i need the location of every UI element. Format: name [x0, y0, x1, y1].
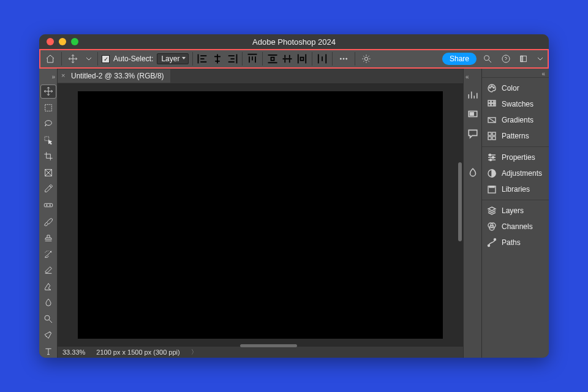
maximize-window-button[interactable] — [71, 38, 78, 45]
panel-color[interactable]: Color — [482, 80, 549, 96]
more-options-button[interactable] — [336, 51, 351, 66]
panel-label: Patterns — [502, 132, 529, 140]
libraries-icon — [487, 184, 497, 194]
gradient-tool[interactable] — [41, 280, 56, 293]
distribute-vertical-centers-button[interactable] — [281, 53, 293, 65]
canvas[interactable] — [78, 91, 443, 339]
channels-icon — [487, 222, 497, 232]
separator — [312, 52, 312, 66]
align-left-edges-button[interactable] — [197, 53, 209, 65]
panel-label: Adjustments — [502, 169, 542, 178]
close-tab-icon[interactable]: × — [61, 72, 65, 79]
minimize-window-button[interactable] — [59, 38, 66, 45]
svg-point-38 — [488, 245, 490, 247]
document-dimensions[interactable]: 2100 px x 1500 px (300 ppi) — [96, 349, 179, 356]
panel-label: Gradients — [502, 116, 533, 124]
svg-point-1 — [343, 58, 344, 59]
toolbox-collapse-icon[interactable]: » — [51, 74, 57, 80]
panel-libraries[interactable]: Libraries — [482, 181, 549, 197]
separator — [61, 52, 62, 66]
svg-rect-25 — [488, 132, 491, 135]
blur-tool[interactable] — [41, 296, 56, 309]
svg-point-4 — [484, 56, 489, 61]
share-button[interactable]: Share — [442, 53, 477, 65]
distribute-spacing-button[interactable] — [316, 53, 328, 65]
panel-paths[interactable]: Paths — [482, 235, 549, 251]
clone-stamp-tool[interactable] — [41, 232, 56, 244]
adjustments-icon — [487, 168, 497, 178]
titlebar: Adobe Photoshop 2024 — [39, 34, 549, 49]
dock-collapse-icon[interactable]: « — [464, 74, 469, 80]
workspace-switcher[interactable] — [517, 51, 532, 66]
svg-rect-19 — [491, 100, 494, 103]
history-brush-tool[interactable] — [41, 247, 56, 260]
object-select-tool[interactable] — [41, 134, 56, 147]
comments-panel-icon[interactable] — [467, 128, 478, 139]
panel-swatches[interactable]: Swatches — [482, 96, 549, 112]
align-horizontal-centers-button[interactable] — [211, 53, 224, 65]
options-bar: ✓ Auto-Select: Layer Share — [39, 49, 549, 69]
distribute-top-button[interactable] — [266, 53, 279, 65]
svg-rect-23 — [494, 104, 496, 106]
lasso-tool[interactable] — [41, 118, 56, 130]
auto-select-label: Auto-Select: — [113, 55, 153, 63]
svg-point-5 — [502, 55, 510, 62]
canvas-viewport[interactable] — [58, 83, 463, 347]
tool-preset-dropdown[interactable] — [84, 51, 94, 66]
svg-point-2 — [346, 58, 347, 59]
type-tool[interactable] — [41, 345, 56, 358]
panel-label: Swatches — [502, 100, 533, 108]
panel-list: « Color Swatches Gradients — [481, 69, 549, 358]
svg-rect-27 — [488, 137, 491, 140]
close-window-button[interactable] — [47, 38, 54, 45]
pen-tool[interactable] — [41, 329, 56, 342]
search-button[interactable] — [480, 51, 495, 66]
align-group-1 — [197, 53, 238, 65]
help-button[interactable] — [499, 51, 513, 66]
document-tab-label: Untitled-2 @ 33.3% (RGB/8) — [71, 72, 164, 80]
align-right-edges-button[interactable] — [226, 53, 238, 65]
brush-settings-panel-icon[interactable] — [467, 167, 478, 178]
distribute-bottom-button[interactable] — [296, 53, 308, 65]
navigator-panel-icon[interactable] — [467, 108, 478, 119]
svg-rect-11 — [44, 203, 52, 206]
crop-tool[interactable] — [41, 150, 56, 163]
panel-label: Properties — [502, 153, 535, 162]
status-more-icon[interactable]: 〉 — [191, 348, 197, 356]
eraser-tool[interactable] — [41, 264, 56, 277]
distribute-group — [266, 53, 308, 65]
panel-patterns[interactable]: Patterns — [482, 128, 549, 144]
move-tool-icon[interactable] — [66, 51, 80, 66]
move-tool[interactable] — [41, 85, 56, 98]
frame-tool[interactable] — [41, 167, 56, 179]
svg-point-39 — [494, 239, 496, 241]
panel-gradients[interactable]: Gradients — [482, 112, 549, 128]
panel-layers[interactable]: Layers — [482, 203, 549, 219]
3d-mode-button[interactable] — [359, 51, 374, 66]
status-bar: 33.33% 2100 px x 1500 px (300 ppi) 〉 — [58, 347, 463, 358]
document-tab[interactable]: × Untitled-2 @ 33.3% (RGB/8) — [58, 69, 170, 83]
zoom-level[interactable]: 33.33% — [62, 349, 85, 356]
align-top-edges-button[interactable] — [246, 53, 258, 65]
vertical-scrollbar[interactable] — [458, 162, 462, 241]
auto-select-checkbox[interactable]: ✓ — [102, 55, 110, 63]
panel-properties[interactable]: Properties — [482, 149, 549, 165]
marquee-tool[interactable] — [41, 102, 56, 115]
separator — [192, 52, 193, 66]
gradients-icon — [487, 115, 497, 125]
panel-channels[interactable]: Channels — [482, 219, 549, 235]
share-label: Share — [450, 55, 469, 63]
eyedropper-tool[interactable] — [41, 183, 56, 195]
auto-select-target-dropdown[interactable]: Layer — [157, 53, 189, 64]
dodge-tool[interactable] — [41, 312, 56, 325]
svg-rect-34 — [489, 186, 494, 187]
panels-collapse-icon[interactable]: « — [541, 69, 549, 77]
brush-tool[interactable] — [41, 215, 56, 228]
horizontal-scrollbar[interactable] — [240, 344, 297, 347]
panel-adjustments[interactable]: Adjustments — [482, 165, 549, 181]
swatches-icon — [487, 99, 497, 109]
home-button[interactable] — [43, 51, 58, 66]
healing-brush-tool[interactable] — [41, 199, 56, 212]
workspace-dropdown[interactable] — [535, 51, 545, 66]
histogram-panel-icon[interactable] — [467, 89, 478, 100]
